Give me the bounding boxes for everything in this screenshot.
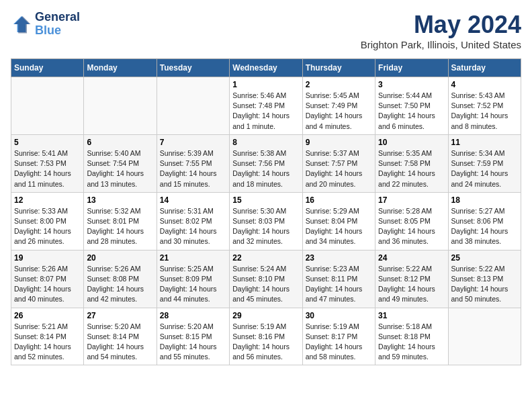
day-number: 18 xyxy=(451,195,518,205)
day-info: Sunrise: 5:20 AMSunset: 8:15 PMDaylight:… xyxy=(160,322,226,363)
day-number: 25 xyxy=(451,253,518,263)
day-info: Sunrise: 5:28 AMSunset: 8:05 PMDaylight:… xyxy=(378,206,445,247)
calendar-cell: 26Sunrise: 5:21 AMSunset: 8:14 PMDayligh… xyxy=(11,308,84,365)
calendar-week-2: 5Sunrise: 5:41 AMSunset: 7:53 PMDaylight… xyxy=(11,134,521,192)
day-number: 9 xyxy=(306,138,372,147)
day-number: 10 xyxy=(378,138,445,147)
calendar-cell: 28Sunrise: 5:20 AMSunset: 8:15 PMDayligh… xyxy=(157,308,229,365)
day-number: 12 xyxy=(14,195,81,205)
calendar-week-3: 12Sunrise: 5:33 AMSunset: 8:00 PMDayligh… xyxy=(11,192,521,250)
day-info: Sunrise: 5:20 AMSunset: 8:14 PMDaylight:… xyxy=(87,322,153,363)
logo: General Blue xyxy=(11,11,80,38)
calendar-cell: 8Sunrise: 5:38 AMSunset: 7:56 PMDaylight… xyxy=(230,134,302,192)
calendar-body: 1Sunrise: 5:46 AMSunset: 7:48 PMDaylight… xyxy=(11,77,521,365)
day-info: Sunrise: 5:19 AMSunset: 8:16 PMDaylight:… xyxy=(232,322,299,363)
calendar-table: SundayMondayTuesdayWednesdayThursdayFrid… xyxy=(11,58,521,365)
title-block: May 2024 Brighton Park, Illinois, United… xyxy=(361,11,521,50)
calendar-week-1: 1Sunrise: 5:46 AMSunset: 7:48 PMDaylight… xyxy=(11,77,521,135)
day-number: 31 xyxy=(378,311,445,320)
day-info: Sunrise: 5:23 AMSunset: 8:11 PMDaylight:… xyxy=(306,264,372,305)
day-info: Sunrise: 5:24 AMSunset: 8:10 PMDaylight:… xyxy=(232,264,299,305)
day-info: Sunrise: 5:34 AMSunset: 7:59 PMDaylight:… xyxy=(451,148,518,189)
header-day-friday: Friday xyxy=(375,59,448,77)
page-header: General Blue May 2024 Brighton Park, Ill… xyxy=(11,11,521,50)
day-info: Sunrise: 5:26 AMSunset: 8:08 PMDaylight:… xyxy=(87,264,153,305)
day-info: Sunrise: 5:21 AMSunset: 8:14 PMDaylight:… xyxy=(14,322,81,363)
calendar-cell: 29Sunrise: 5:19 AMSunset: 8:16 PMDayligh… xyxy=(230,308,302,365)
day-number: 11 xyxy=(451,138,518,147)
day-info: Sunrise: 5:27 AMSunset: 8:06 PMDaylight:… xyxy=(451,206,518,247)
svg-marker-1 xyxy=(15,16,31,34)
day-info: Sunrise: 5:43 AMSunset: 7:52 PMDaylight:… xyxy=(451,91,518,132)
calendar-cell xyxy=(84,77,157,135)
calendar-cell: 2Sunrise: 5:45 AMSunset: 7:49 PMDaylight… xyxy=(302,77,375,135)
day-info: Sunrise: 5:38 AMSunset: 7:56 PMDaylight:… xyxy=(232,148,299,189)
calendar-cell: 25Sunrise: 5:22 AMSunset: 8:13 PMDayligh… xyxy=(448,250,521,308)
day-info: Sunrise: 5:31 AMSunset: 8:02 PMDaylight:… xyxy=(160,206,226,247)
day-info: Sunrise: 5:39 AMSunset: 7:55 PMDaylight:… xyxy=(160,148,226,189)
calendar-cell: 27Sunrise: 5:20 AMSunset: 8:14 PMDayligh… xyxy=(84,308,157,365)
calendar-cell: 21Sunrise: 5:25 AMSunset: 8:09 PMDayligh… xyxy=(157,250,229,308)
calendar-cell xyxy=(157,77,229,135)
day-info: Sunrise: 5:32 AMSunset: 8:01 PMDaylight:… xyxy=(87,206,153,247)
day-number: 26 xyxy=(14,311,81,320)
calendar-cell: 17Sunrise: 5:28 AMSunset: 8:05 PMDayligh… xyxy=(375,192,448,250)
day-info: Sunrise: 5:29 AMSunset: 8:04 PMDaylight:… xyxy=(306,206,372,247)
day-number: 5 xyxy=(14,138,81,147)
logo-line1: General xyxy=(35,11,80,24)
day-info: Sunrise: 5:33 AMSunset: 8:00 PMDaylight:… xyxy=(14,206,81,247)
day-number: 6 xyxy=(87,138,153,147)
day-number: 17 xyxy=(378,195,445,205)
calendar-cell: 13Sunrise: 5:32 AMSunset: 8:01 PMDayligh… xyxy=(84,192,157,250)
day-number: 4 xyxy=(451,80,518,89)
day-info: Sunrise: 5:35 AMSunset: 7:58 PMDaylight:… xyxy=(378,148,445,189)
calendar-cell: 7Sunrise: 5:39 AMSunset: 7:55 PMDaylight… xyxy=(157,134,229,192)
day-number: 3 xyxy=(378,80,445,89)
day-info: Sunrise: 5:40 AMSunset: 7:54 PMDaylight:… xyxy=(87,148,153,189)
calendar-cell: 5Sunrise: 5:41 AMSunset: 7:53 PMDaylight… xyxy=(11,134,84,192)
day-info: Sunrise: 5:26 AMSunset: 8:07 PMDaylight:… xyxy=(14,264,81,305)
day-number: 16 xyxy=(306,195,372,205)
day-number: 1 xyxy=(232,80,299,89)
day-info: Sunrise: 5:25 AMSunset: 8:09 PMDaylight:… xyxy=(160,264,226,305)
header-day-sunday: Sunday xyxy=(11,59,84,77)
calendar-cell: 1Sunrise: 5:46 AMSunset: 7:48 PMDaylight… xyxy=(230,77,302,135)
calendar-cell: 18Sunrise: 5:27 AMSunset: 8:06 PMDayligh… xyxy=(448,192,521,250)
day-info: Sunrise: 5:37 AMSunset: 7:57 PMDaylight:… xyxy=(306,148,372,189)
calendar-cell: 6Sunrise: 5:40 AMSunset: 7:54 PMDaylight… xyxy=(84,134,157,192)
day-info: Sunrise: 5:18 AMSunset: 8:18 PMDaylight:… xyxy=(378,322,445,363)
day-number: 24 xyxy=(378,253,445,263)
main-title: May 2024 xyxy=(361,11,521,39)
day-number: 14 xyxy=(160,195,226,205)
day-number: 29 xyxy=(232,311,299,320)
calendar-cell: 20Sunrise: 5:26 AMSunset: 8:08 PMDayligh… xyxy=(84,250,157,308)
day-info: Sunrise: 5:41 AMSunset: 7:53 PMDaylight:… xyxy=(14,148,81,189)
header-day-saturday: Saturday xyxy=(448,59,521,77)
header-day-thursday: Thursday xyxy=(302,59,375,77)
calendar-cell: 30Sunrise: 5:19 AMSunset: 8:17 PMDayligh… xyxy=(302,308,375,365)
calendar-cell: 22Sunrise: 5:24 AMSunset: 8:10 PMDayligh… xyxy=(230,250,302,308)
day-number: 28 xyxy=(160,311,226,320)
subtitle: Brighton Park, Illinois, United States xyxy=(361,39,521,50)
day-info: Sunrise: 5:45 AMSunset: 7:49 PMDaylight:… xyxy=(306,91,372,132)
day-number: 21 xyxy=(160,253,226,263)
day-number: 27 xyxy=(87,311,153,320)
calendar-cell: 9Sunrise: 5:37 AMSunset: 7:57 PMDaylight… xyxy=(302,134,375,192)
day-info: Sunrise: 5:22 AMSunset: 8:12 PMDaylight:… xyxy=(378,264,445,305)
calendar-cell: 14Sunrise: 5:31 AMSunset: 8:02 PMDayligh… xyxy=(157,192,229,250)
calendar-cell: 4Sunrise: 5:43 AMSunset: 7:52 PMDaylight… xyxy=(448,77,521,135)
header-row: SundayMondayTuesdayWednesdayThursdayFrid… xyxy=(11,59,521,77)
header-day-wednesday: Wednesday xyxy=(230,59,302,77)
calendar-cell: 10Sunrise: 5:35 AMSunset: 7:58 PMDayligh… xyxy=(375,134,448,192)
day-number: 8 xyxy=(232,138,299,147)
day-number: 20 xyxy=(87,253,153,263)
day-info: Sunrise: 5:30 AMSunset: 8:03 PMDaylight:… xyxy=(232,206,299,247)
calendar-cell: 12Sunrise: 5:33 AMSunset: 8:00 PMDayligh… xyxy=(11,192,84,250)
calendar-cell: 19Sunrise: 5:26 AMSunset: 8:07 PMDayligh… xyxy=(11,250,84,308)
calendar-cell: 16Sunrise: 5:29 AMSunset: 8:04 PMDayligh… xyxy=(302,192,375,250)
day-number: 22 xyxy=(232,253,299,263)
calendar-cell xyxy=(11,77,84,135)
calendar-cell: 31Sunrise: 5:18 AMSunset: 8:18 PMDayligh… xyxy=(375,308,448,365)
calendar-cell xyxy=(448,308,521,365)
day-number: 13 xyxy=(87,195,153,205)
